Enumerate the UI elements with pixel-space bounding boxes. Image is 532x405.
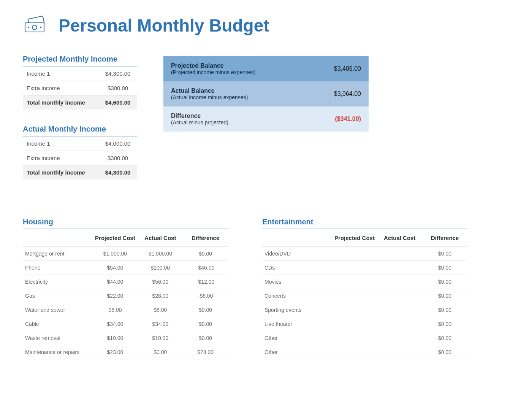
row-actual: $1,000.00 <box>138 247 183 261</box>
row-difference: $0.00 <box>183 247 228 261</box>
row-actual: $10.00 <box>138 331 183 345</box>
housing-table: Projected Cost Actual Cost Difference Mo… <box>23 229 228 359</box>
actual-balance-value: $3,064.00 <box>334 91 361 97</box>
row-projected <box>332 331 377 345</box>
row-label: Income 1 <box>23 67 99 81</box>
table-row: Live theater$0.00 <box>262 317 467 331</box>
svg-point-3 <box>28 27 29 28</box>
actual-balance-sub: (Actual income minus expenses) <box>171 94 248 100</box>
table-row: CDs$0.00 <box>262 261 467 275</box>
row-label: Concerts <box>262 289 332 303</box>
document-header: Personal Monthly Budget <box>23 15 509 36</box>
row-difference: $0.00 <box>422 247 467 261</box>
row-actual: $100.00 <box>138 261 183 275</box>
difference-value: ($341.00) <box>335 116 361 122</box>
row-difference: $0.00 <box>422 289 467 303</box>
row-actual <box>377 261 422 275</box>
row-projected: $34.00 <box>93 317 138 331</box>
row-difference: -$12.00 <box>183 275 228 289</box>
housing-heading: Housing <box>23 218 228 229</box>
row-difference: $0.00 <box>183 303 228 317</box>
table-row: Other$0.00 <box>262 331 467 345</box>
row-label: Video/DVD <box>262 247 332 261</box>
table-header: Projected Cost <box>332 229 377 247</box>
total-value: $4,300.00 <box>99 165 137 180</box>
row-actual: $8.00 <box>138 303 183 317</box>
balance-summary: Projected Balance (Projected income minu… <box>163 56 369 132</box>
table-header <box>262 229 332 247</box>
row-projected: $44.00 <box>93 275 138 289</box>
projected-balance-sub: (Projected income minus expenses) <box>171 69 256 75</box>
row-projected <box>332 317 377 331</box>
row-label: Other <box>262 331 332 345</box>
difference-sub: (Actual minus projected) <box>171 119 228 125</box>
table-header: Actual Cost <box>377 229 422 247</box>
difference-title: Difference <box>171 113 228 119</box>
row-difference: $0.00 <box>183 317 228 331</box>
row-difference: $0.00 <box>422 345 467 359</box>
projected-income-heading: Projected Monthly Income <box>23 55 137 67</box>
table-row: Movies$0.00 <box>262 275 467 289</box>
projected-income-table: Income 1$4,300.00Extra income$300.00Tota… <box>23 67 137 110</box>
total-label: Total monthly income <box>23 165 99 180</box>
row-label: Gas <box>23 289 93 303</box>
row-label: Sporting events <box>262 303 332 317</box>
projected-balance-title: Projected Balance <box>171 62 256 69</box>
total-label: Total monthly income <box>23 95 99 110</box>
table-row: Mortgage or rent$1,000.00$1,000.00$0.00 <box>23 247 228 261</box>
row-label: Extra income <box>23 151 99 165</box>
row-label: CDs <box>262 261 332 275</box>
row-difference: -$46.00 <box>183 261 228 275</box>
row-actual <box>377 275 422 289</box>
row-projected: $8.00 <box>93 303 138 317</box>
row-projected <box>332 247 377 261</box>
row-projected: $54.00 <box>93 261 138 275</box>
row-actual <box>377 289 422 303</box>
row-label: Movies <box>262 275 332 289</box>
row-value: $4,300.00 <box>99 67 137 81</box>
row-difference: $23.00 <box>183 345 228 359</box>
projected-balance-value: $3,405.00 <box>334 65 361 72</box>
table-row: Phone$54.00$100.00-$46.00 <box>23 261 228 275</box>
row-label: Water and sewer <box>23 303 93 317</box>
table-row: Gas$22.00$28.00-$6.00 <box>23 289 228 303</box>
row-value: $300.00 <box>99 81 137 95</box>
table-row: Extra income$300.00 <box>23 81 137 95</box>
row-projected: $23.00 <box>93 345 138 359</box>
table-header: Difference <box>422 229 467 247</box>
total-value: $4,600.00 <box>99 95 137 110</box>
row-label: Electricity <box>23 275 93 289</box>
table-row: Concerts$0.00 <box>262 289 467 303</box>
actual-income-table: Income 1$4,000.00Extra income$300.00Tota… <box>23 137 137 179</box>
row-actual: $0.00 <box>138 345 183 359</box>
table-header: Actual Cost <box>138 229 183 247</box>
table-header: Difference <box>183 229 228 247</box>
svg-point-4 <box>40 27 41 28</box>
row-difference: $0.00 <box>422 303 467 317</box>
row-projected: $10.00 <box>93 331 138 345</box>
row-actual <box>377 303 422 317</box>
table-header: Projected Cost <box>93 229 138 247</box>
row-projected <box>332 289 377 303</box>
row-projected: $1,000.00 <box>93 247 138 261</box>
row-projected <box>332 261 377 275</box>
page-title: Personal Monthly Budget <box>59 15 269 36</box>
table-row: Waste removal$10.00$10.00$0.00 <box>23 331 228 345</box>
table-header <box>23 229 93 247</box>
row-difference: $0.00 <box>422 275 467 289</box>
table-row: Video/DVD$0.00 <box>262 247 467 261</box>
entertainment-heading: Entertainment <box>262 218 467 229</box>
row-difference: $0.00 <box>422 331 467 345</box>
row-label: Maintenance or repairs <box>23 345 93 359</box>
table-row: Cable$34.00$34.00$0.00 <box>23 317 228 331</box>
row-projected <box>332 345 377 359</box>
row-actual <box>377 247 422 261</box>
row-difference: $0.00 <box>422 317 467 331</box>
row-projected <box>332 303 377 317</box>
row-actual: $56.00 <box>138 275 183 289</box>
row-label: Income 1 <box>23 137 99 151</box>
table-total-row: Total monthly income$4,300.00 <box>23 165 137 180</box>
table-row: Water and sewer$8.00$8.00$0.00 <box>23 303 228 317</box>
actual-income-heading: Actual Monthly Income <box>23 125 137 137</box>
row-label: Live theater <box>262 317 332 331</box>
